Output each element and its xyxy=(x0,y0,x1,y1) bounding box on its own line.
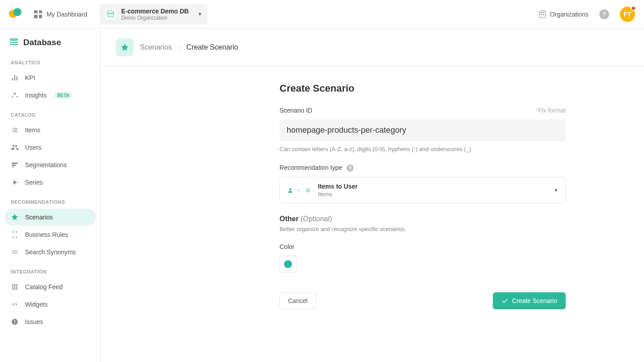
sidebar-section-integration: INTEGRATION xyxy=(0,261,100,278)
sidebar-section-recommendations: RECOMMENDATIONS xyxy=(0,191,100,208)
scenario-id-hint: Can contain letters (A-Z, a-z), digits (… xyxy=(280,146,566,152)
sidebar-item-label: Scenarios xyxy=(25,214,53,221)
insights-icon xyxy=(11,91,19,99)
alert-icon xyxy=(11,318,19,326)
dashboard-icon xyxy=(34,10,42,18)
check-icon xyxy=(501,297,508,304)
sidebar: Database ANALYTICS KPI Insights BETA CAT… xyxy=(0,29,101,362)
sidebar-item-label: Series xyxy=(25,179,43,186)
organizations-label: Organizations xyxy=(550,11,589,18)
my-dashboard-label: My Dashboard xyxy=(47,11,87,18)
sidebar-item-business-rules[interactable]: Business Rules xyxy=(4,226,96,243)
sidebar-item-kpi[interactable]: KPI xyxy=(4,69,96,86)
db-org-name: Demo Organization xyxy=(121,15,189,21)
my-dashboard-link[interactable]: My Dashboard xyxy=(34,10,87,18)
help-icon[interactable]: ? xyxy=(599,9,609,19)
sidebar-item-scenarios[interactable]: Scenarios xyxy=(4,209,96,226)
scenario-id-input[interactable] xyxy=(280,119,566,141)
db-name: E-commerce Demo DB xyxy=(121,8,189,15)
avatar[interactable]: FT xyxy=(620,7,635,22)
sidebar-item-catalog-feed[interactable]: Catalog Feed xyxy=(4,278,96,295)
sidebar-item-label: Business Rules xyxy=(25,231,68,238)
create-scenario-button[interactable]: Create Scenario xyxy=(493,292,566,309)
other-section-sub: Better organize and recognize specific s… xyxy=(280,226,566,232)
logo-icon[interactable] xyxy=(9,8,21,21)
segmentation-icon xyxy=(11,161,19,169)
grid-icon xyxy=(11,283,19,291)
sidebar-item-label: Search Synonyms xyxy=(25,248,76,256)
cancel-button[interactable]: Cancel xyxy=(280,292,316,309)
color-swatch-dot xyxy=(284,260,292,268)
sidebar-item-widgets[interactable]: Widgets xyxy=(4,296,96,313)
list-icon xyxy=(11,126,19,134)
fix-format-link[interactable]: Fix format xyxy=(538,107,566,114)
breadcrumb-scenarios[interactable]: Scenarios xyxy=(140,43,172,51)
sidebar-item-label: Insights xyxy=(25,92,47,99)
help-icon[interactable]: ? xyxy=(347,164,354,172)
building-icon xyxy=(539,11,546,18)
color-picker[interactable] xyxy=(280,256,297,273)
database-icon xyxy=(105,9,116,20)
rec-selected-title: Items to User xyxy=(318,183,358,190)
sidebar-item-series[interactable]: Series xyxy=(4,174,96,191)
svg-rect-2 xyxy=(14,323,15,324)
code-icon xyxy=(11,300,19,308)
star-icon xyxy=(11,213,19,221)
organizations-link[interactable]: Organizations xyxy=(539,11,589,18)
sidebar-item-label: Issues xyxy=(25,318,43,325)
rules-icon xyxy=(11,231,19,239)
page-title: Create Scenario xyxy=(280,83,566,94)
database-selector[interactable]: E-commerce Demo DB Demo Organization ▼ xyxy=(100,4,208,25)
rec-type-label: Recommendation type xyxy=(280,164,342,171)
breadcrumb: Scenarios › Create Scenario xyxy=(101,29,644,67)
sidebar-item-label: KPI xyxy=(25,74,35,81)
beta-badge: BETA xyxy=(55,92,72,99)
users-icon xyxy=(11,143,19,152)
chevron-right-icon: › xyxy=(178,44,180,51)
sidebar-item-label: Items xyxy=(25,126,40,134)
rec-type-select[interactable]: ← Items to User Items ▼ xyxy=(280,177,566,203)
play-icon xyxy=(11,178,19,186)
breadcrumb-current: Create Scenario xyxy=(186,43,238,51)
sidebar-item-label: Users xyxy=(25,144,42,151)
sidebar-item-label: Widgets xyxy=(25,301,48,308)
color-label: Color xyxy=(280,243,566,250)
other-section-title: Other (Optional) xyxy=(280,215,566,223)
bar-chart-icon xyxy=(11,74,19,82)
database-icon xyxy=(10,39,18,46)
svg-point-3 xyxy=(289,188,292,190)
sidebar-item-search-synonyms[interactable]: Search Synonyms xyxy=(4,244,96,261)
sidebar-item-label: Segmentations xyxy=(25,161,67,168)
sidebar-item-issues[interactable]: Issues xyxy=(4,313,96,330)
sidebar-section-analytics: ANALYTICS xyxy=(0,52,100,69)
scenario-icon xyxy=(116,38,134,56)
items-to-user-icon: ← xyxy=(287,187,311,194)
sidebar-item-insights[interactable]: Insights BETA xyxy=(4,87,96,104)
notification-dot-icon xyxy=(631,6,636,11)
chevron-down-icon: ▼ xyxy=(198,12,202,17)
avatar-initials: FT xyxy=(623,11,631,18)
sidebar-item-items[interactable]: Items xyxy=(4,122,96,139)
sidebar-section-catalog: CATALOG xyxy=(0,104,100,121)
rec-selected-subtitle: Items xyxy=(318,191,358,198)
sidebar-item-users[interactable]: Users xyxy=(4,139,96,156)
svg-rect-1 xyxy=(14,320,15,322)
sidebar-item-segmentations[interactable]: Segmentations xyxy=(4,156,96,173)
synonyms-icon xyxy=(11,248,19,256)
sidebar-title: Database xyxy=(0,38,100,52)
chevron-down-icon: ▼ xyxy=(554,188,558,193)
scenario-id-label: Scenario ID xyxy=(280,107,312,114)
sidebar-item-label: Catalog Feed xyxy=(25,283,63,290)
